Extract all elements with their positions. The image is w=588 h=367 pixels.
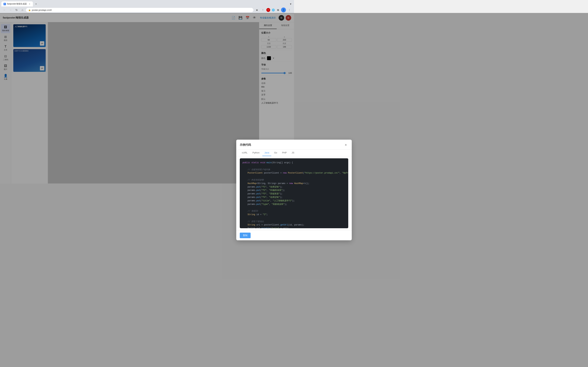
code-line-comment-1: // 创建海报客户端对象 bbox=[242, 168, 294, 172]
modal-tab-go[interactable]: Go bbox=[272, 150, 279, 156]
modal-tab-java[interactable]: Java bbox=[262, 150, 271, 156]
code-line-blank-2 bbox=[242, 175, 294, 178]
tab-bar: F fastposter海报生成器 × + ▼ bbox=[0, 0, 294, 7]
modal-tab-python[interactable]: Python bbox=[251, 150, 262, 156]
bookmark-button[interactable]: ★ bbox=[254, 8, 259, 12]
home-button[interactable]: ⌂ bbox=[20, 8, 25, 12]
modal-tab-curl[interactable]: cURL bbox=[240, 150, 250, 156]
extension-shield[interactable]: 🛡 bbox=[266, 8, 270, 12]
url-text: poster.prodapi.cn/#/ bbox=[32, 9, 251, 11]
minimize-button[interactable]: ▼ bbox=[289, 2, 293, 6]
address-bar: ← → ↻ ⌂ 🔒 poster.prodapi.cn/#/ ★ ↑ 🛡 🌐 ⧉… bbox=[0, 7, 294, 13]
code-line-hashmap: HashMap<String, String> params = new Has… bbox=[242, 182, 294, 184]
url-lock-icon: 🔒 bbox=[28, 9, 31, 11]
modal-overlay[interactable]: 示例代码 × cURL Python Java Go PHP JS public… bbox=[0, 13, 294, 184]
new-tab-button[interactable]: + bbox=[34, 1, 38, 7]
code-block[interactable]: public static void main(String[] args) {… bbox=[240, 158, 294, 184]
back-button[interactable]: ← bbox=[2, 8, 7, 12]
extension-puzzle[interactable]: ⧉ bbox=[276, 8, 280, 12]
code-line-1: public static void main(String[] args) { bbox=[242, 161, 294, 165]
code-line-blank-1 bbox=[242, 165, 294, 168]
profile-button[interactable]: 👤 bbox=[281, 8, 286, 12]
code-line-client: PosterClient posterClient = new PosterCl… bbox=[242, 171, 294, 175]
tab-close-icon[interactable]: × bbox=[28, 3, 31, 5]
modal-tab-php[interactable]: PHP bbox=[280, 150, 289, 156]
reload-button[interactable]: ↻ bbox=[14, 8, 19, 12]
modal-tabs: cURL Python Java Go PHP JS bbox=[236, 150, 294, 156]
url-bar[interactable]: 🔒 poster.prodapi.cn/#/ bbox=[26, 8, 253, 12]
tab-title: fastposter海报生成器 bbox=[7, 2, 27, 5]
share-button[interactable]: ↑ bbox=[260, 8, 265, 12]
modal: 示例代码 × cURL Python Java Go PHP JS public… bbox=[236, 140, 294, 184]
extension-translate[interactable]: 🌐 bbox=[271, 8, 275, 12]
forward-button[interactable]: → bbox=[8, 8, 13, 12]
tab-favicon: F bbox=[3, 3, 6, 5]
browser-chrome: F fastposter海报生成器 × + ▼ ← → ↻ ⌂ 🔒 poster… bbox=[0, 0, 294, 13]
active-tab[interactable]: F fastposter海报生成器 × bbox=[1, 1, 33, 7]
modal-tab-js[interactable]: JS bbox=[290, 150, 294, 156]
modal-title: 示例代码 bbox=[240, 143, 251, 147]
menu-button[interactable]: ⋮ bbox=[287, 8, 292, 12]
code-line-comment-2: // 构造海报参数 bbox=[242, 178, 294, 182]
modal-header: 示例代码 × bbox=[236, 140, 294, 150]
modal-body: public static void main(String[] args) {… bbox=[236, 156, 294, 184]
